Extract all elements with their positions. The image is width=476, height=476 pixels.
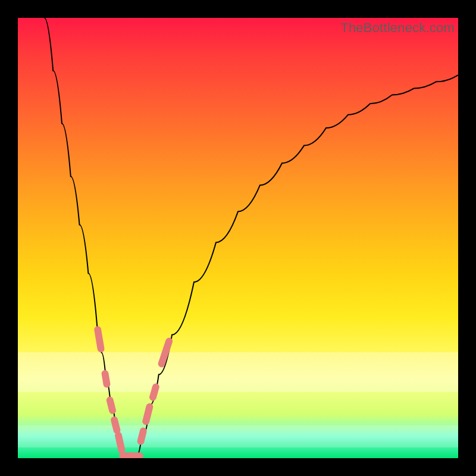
curve-marker (106, 396, 117, 415)
curve-layer (18, 18, 458, 458)
highlight-band-lower (18, 425, 458, 447)
curve-marker (126, 452, 143, 458)
curve-marker (119, 452, 137, 458)
highlight-band-upper (18, 352, 458, 392)
attribution-text: TheBottleneck.com (340, 20, 455, 36)
chart-frame: TheBottleneck.com (0, 0, 476, 476)
curve-marker (93, 325, 105, 353)
curve-marker (142, 403, 154, 426)
plot-area: TheBottleneck.com (18, 18, 458, 458)
curve-right-branch (137, 75, 458, 456)
